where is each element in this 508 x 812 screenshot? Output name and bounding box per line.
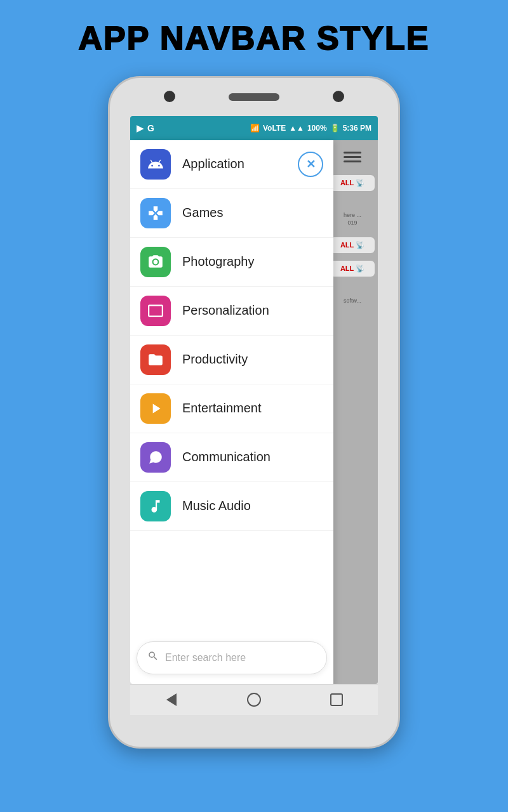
application-icon <box>140 149 171 180</box>
background-content: ALL 📡 here ...019 ALL 📡 ALL 📡 softw... <box>327 140 378 684</box>
communication-icon <box>140 442 171 473</box>
menu-item-entertainment[interactable]: Entertainment <box>130 384 333 433</box>
musicaudio-icon <box>140 491 171 521</box>
all-button-3[interactable]: ALL 📡 <box>330 261 375 277</box>
status-left: ▶ G <box>137 123 154 133</box>
games-label: Games <box>182 206 223 220</box>
menu-item-photography[interactable]: Photography <box>130 238 333 287</box>
battery-label: 100% <box>307 124 327 133</box>
all-button-1[interactable]: ALL 📡 <box>330 175 375 191</box>
home-button[interactable] <box>244 690 264 709</box>
phone-top <box>110 78 398 116</box>
phone-nav-bar <box>130 684 378 716</box>
communication-label: Communication <box>182 450 271 464</box>
secondary-sensor <box>333 91 344 102</box>
hamburger-line-1 <box>344 152 361 154</box>
battery-icon: 🔋 <box>330 124 340 133</box>
phone-frame: ▶ G 📶 VoLTE ▲▲ 100% 🔋 5:36 PM ALL 📡 here… <box>108 76 400 749</box>
front-camera <box>164 91 175 102</box>
application-label: Application <box>182 157 244 171</box>
menu-item-games[interactable]: Games <box>130 189 333 238</box>
personalization-label: Personalization <box>182 303 269 318</box>
phone-screen: ▶ G 📶 VoLTE ▲▲ 100% 🔋 5:36 PM ALL 📡 here… <box>130 116 378 684</box>
productivity-icon <box>140 344 171 375</box>
recents-button[interactable] <box>327 690 346 709</box>
personalization-icon <box>140 296 171 326</box>
entertainment-label: Entertainment <box>182 401 262 416</box>
menu-item-personalization[interactable]: Personalization <box>130 287 333 336</box>
productivity-label: Productivity <box>182 352 248 367</box>
home-icon <box>247 693 261 707</box>
hamburger-menu[interactable] <box>338 147 366 167</box>
video-icon: ▶ <box>137 123 144 133</box>
time-label: 5:36 PM <box>343 124 371 133</box>
menu-item-application[interactable]: Application ✕ <box>130 140 333 189</box>
back-button[interactable] <box>162 690 181 709</box>
signal-bars: ▲▲ <box>289 124 304 133</box>
bg-text-2: softw... <box>341 294 364 308</box>
entertainment-icon <box>140 393 171 424</box>
search-placeholder: Enter search here <box>165 652 246 664</box>
back-icon <box>166 693 177 706</box>
volte-label: VoLTE <box>263 124 286 133</box>
cast-icon: 📶 <box>250 124 260 133</box>
speaker <box>229 93 279 101</box>
photography-icon <box>140 247 171 277</box>
search-icon <box>147 650 159 665</box>
status-right: 📶 VoLTE ▲▲ 100% 🔋 5:36 PM <box>250 124 371 133</box>
hamburger-line-3 <box>344 160 361 162</box>
dropdown-menu: Application ✕ Games Photography <box>130 140 333 684</box>
translate-icon: G <box>147 123 154 133</box>
all-button-2[interactable]: ALL 📡 <box>330 237 375 253</box>
photography-label: Photography <box>182 254 254 269</box>
menu-item-productivity[interactable]: Productivity <box>130 336 333 384</box>
close-button[interactable]: ✕ <box>298 152 323 177</box>
bg-text-1: here ...019 <box>341 209 364 230</box>
musicaudio-label: Music Audio <box>182 499 251 513</box>
search-bar[interactable]: Enter search here <box>137 641 327 674</box>
page-title: APP NAVBAR STYLE <box>78 19 429 57</box>
menu-item-communication[interactable]: Communication <box>130 433 333 482</box>
games-icon <box>140 198 171 228</box>
menu-item-musicaudio[interactable]: Music Audio <box>130 482 333 531</box>
status-bar: ▶ G 📶 VoLTE ▲▲ 100% 🔋 5:36 PM <box>130 116 378 140</box>
hamburger-line-2 <box>344 156 361 158</box>
recents-icon <box>330 693 343 706</box>
